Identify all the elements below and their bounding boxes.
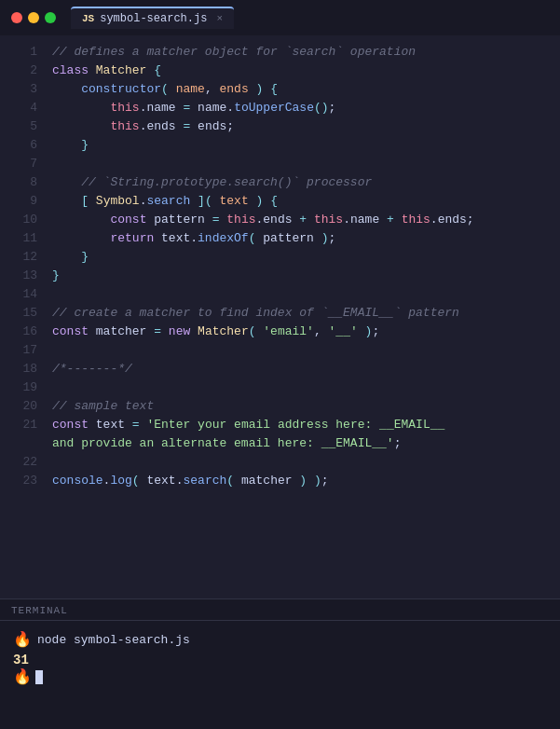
titlebar: JS symbol-search.js × [0,0,560,35]
code-line: 9 [ Symbol.search ]( text ) { [0,192,560,211]
terminal-cursor-line: 🔥 [13,667,547,686]
code-line: 12 } [0,248,560,267]
code-line: 20 // sample text [0,397,560,416]
js-icon: JS [82,13,94,24]
code-line: 2 class Matcher { [0,62,560,80]
terminal-command: node symbol-search.js [37,633,190,647]
terminal-cursor [35,670,43,684]
code-line: 6 } [0,136,560,155]
code-line: 4 this.name = name.toUpperCase(); [0,99,560,117]
code-line: 5 this.ends = ends; [0,117,560,136]
maximize-button[interactable] [45,12,56,23]
code-line: 14 [0,285,560,304]
tab-filename: symbol-search.js [100,12,207,25]
code-line: 10 const pattern = this.ends + this.name… [0,211,560,229]
code-line: 1 // defines a matcher object for `searc… [0,43,560,62]
code-line: and provide an alternate email here: __E… [0,434,560,453]
code-line: 21 const text = 'Enter your email addres… [0,416,560,434]
code-line: 19 [0,378,560,397]
code-line: 16 const matcher = new Matcher( 'email',… [0,323,560,341]
terminal-body[interactable]: 🔥 node symbol-search.js 31 🔥 [0,621,560,695]
close-button[interactable] [11,12,22,23]
terminal-header: TERMINAL [0,599,560,621]
code-line: 3 constructor( name, ends ) { [0,80,560,99]
fire-icon-2: 🔥 [13,667,32,686]
file-tab[interactable]: JS symbol-search.js × [71,7,234,29]
code-line: 11 return text.indexOf( pattern ); [0,229,560,248]
code-line: 18 /*-------*/ [0,360,560,378]
minimize-button[interactable] [28,12,39,23]
code-line: 23 console.log( text.search( matcher ) )… [0,472,560,490]
code-line: 7 [0,155,560,173]
code-line: 13 } [0,267,560,285]
code-line: 17 [0,341,560,360]
fire-icon: 🔥 [13,630,32,649]
tab-close-icon[interactable]: × [216,13,223,24]
terminal-panel: TERMINAL 🔥 node symbol-search.js 31 🔥 [0,598,560,729]
traffic-lights [11,12,56,23]
code-lines: 1 // defines a matcher object for `searc… [0,35,560,598]
terminal-prompt: 🔥 node symbol-search.js [13,630,547,649]
terminal-result: 31 [13,653,29,667]
code-line: 8 // `String.prototype.search()` process… [0,173,560,192]
code-editor: 1 // defines a matcher object for `searc… [0,35,560,598]
code-line: 22 [0,453,560,472]
terminal-output: 31 [13,653,547,667]
code-line: 15 // create a matcher to find index of … [0,304,560,323]
